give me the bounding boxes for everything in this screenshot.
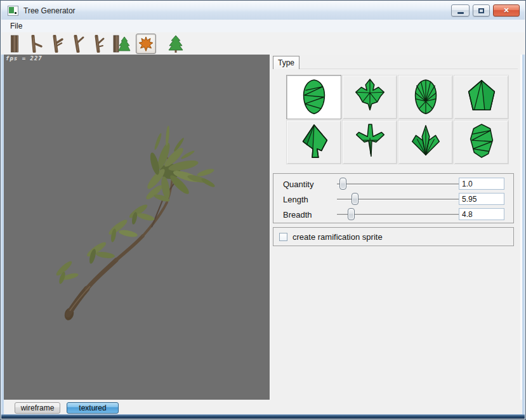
wireframe-button[interactable]: wireframe (15, 402, 60, 414)
branch-angled-icon (70, 35, 85, 53)
trunk-foliage-icon (112, 35, 131, 53)
leaf-bird-foot-icon (353, 123, 386, 161)
toolbar-bark-texture-button[interactable] (6, 34, 23, 53)
maximize-icon (478, 8, 484, 13)
create-ramification-sprite-checkbox[interactable] (279, 233, 287, 241)
toolbar-branch-single-button[interactable] (27, 34, 44, 53)
close-icon: ✕ (503, 6, 509, 15)
leaf-type-grid (286, 75, 509, 164)
title-bar: Tree Generator (1, 1, 525, 20)
breadth-value-input[interactable] (459, 208, 504, 220)
menu-file[interactable]: File (6, 20, 27, 32)
ramification-group: create ramification sprite (273, 227, 514, 246)
leaf-type-hex-banded[interactable] (454, 120, 509, 164)
leaf-type-oval-banded[interactable] (286, 75, 341, 119)
length-value-input[interactable] (459, 193, 504, 205)
length-label: Length (283, 195, 308, 204)
breadth-label: Breadth (283, 210, 312, 220)
window-title: Tree Generator (23, 6, 76, 15)
branch-render (4, 55, 270, 400)
create-ramification-sprite-label: create ramification sprite (293, 228, 383, 247)
breadth-slider[interactable] (337, 208, 459, 221)
toolbar-branch-twig-button[interactable] (90, 34, 107, 53)
window-controls: ✕ (451, 4, 520, 16)
leaf-ivy-icon (353, 78, 386, 116)
branch-fork-icon (49, 35, 64, 53)
window-frame-right (522, 55, 525, 416)
leaf-type-bird-foot[interactable] (342, 120, 397, 164)
quantity-slider-track[interactable] (337, 183, 459, 185)
window-frame-bottom (1, 414, 525, 419)
leaf-triple-lobe-icon (409, 123, 442, 161)
leaf-pentagon-icon (465, 78, 498, 116)
textured-button[interactable]: textured (67, 402, 119, 414)
leaf-hex-banded-icon (465, 123, 498, 161)
bark-texture-icon (8, 35, 22, 53)
quantity-slider[interactable] (337, 178, 459, 190)
length-slider[interactable] (337, 193, 459, 206)
close-button[interactable]: ✕ (493, 4, 520, 16)
quantity-slider-thumb[interactable] (339, 178, 346, 190)
breadth-slider-track[interactable] (337, 214, 459, 215)
leaf-type-oval-fan[interactable] (398, 75, 453, 119)
quantity-slider-row: Quantity (273, 178, 513, 190)
app-icon (8, 6, 18, 16)
breadth-slider-row: Breadth (273, 208, 513, 221)
toolbar-leaf-sprite-button[interactable] (136, 34, 156, 54)
leaf-arrowhead-icon (298, 123, 331, 161)
minimize-button[interactable] (451, 4, 470, 16)
maple-leaf-icon (138, 36, 154, 52)
length-slider-row: Length (273, 193, 513, 206)
toolbar-branch-fork-button[interactable] (48, 34, 65, 53)
render-viewport[interactable]: fps = 227 (4, 55, 270, 400)
footer-bar: wireframe textured (4, 400, 522, 416)
menu-bar: File (1, 20, 525, 32)
branch-twig-icon (91, 35, 106, 53)
leaf-type-arrowhead[interactable] (286, 120, 341, 164)
settings-panel: Type (270, 55, 522, 400)
leaf-oval-banded-icon (298, 78, 331, 116)
length-slider-thumb[interactable] (352, 193, 358, 205)
breadth-slider-thumb[interactable] (348, 208, 355, 220)
toolbar-branch-angled-button[interactable] (69, 34, 86, 53)
leaf-type-triple-lobe[interactable] (398, 120, 453, 164)
leaf-type-ivy-lobed[interactable] (342, 75, 397, 119)
quantity-label: Quantity (283, 180, 313, 189)
tab-type[interactable]: Type (273, 56, 299, 69)
main-content: fps = 227 Type (4, 55, 522, 400)
tab-divider (273, 69, 518, 69)
maximize-button[interactable] (473, 4, 490, 16)
toolbar-full-tree-button[interactable] (168, 34, 184, 53)
leaf-parameters-group: Quantity Length Breadth (273, 173, 514, 223)
toolbar (1, 32, 525, 55)
full-tree-icon (168, 35, 183, 53)
leaf-type-pentagon[interactable] (454, 75, 509, 119)
leaf-oval-fan-icon (409, 78, 442, 116)
fps-counter: fps = 227 (6, 55, 43, 62)
minimize-icon (457, 12, 464, 14)
branch-single-icon (28, 35, 43, 53)
toolbar-trunk-foliage-button[interactable] (111, 34, 131, 53)
quantity-value-input[interactable] (459, 178, 504, 190)
tree-generator-window: Tree Generator ✕ File (0, 0, 526, 420)
